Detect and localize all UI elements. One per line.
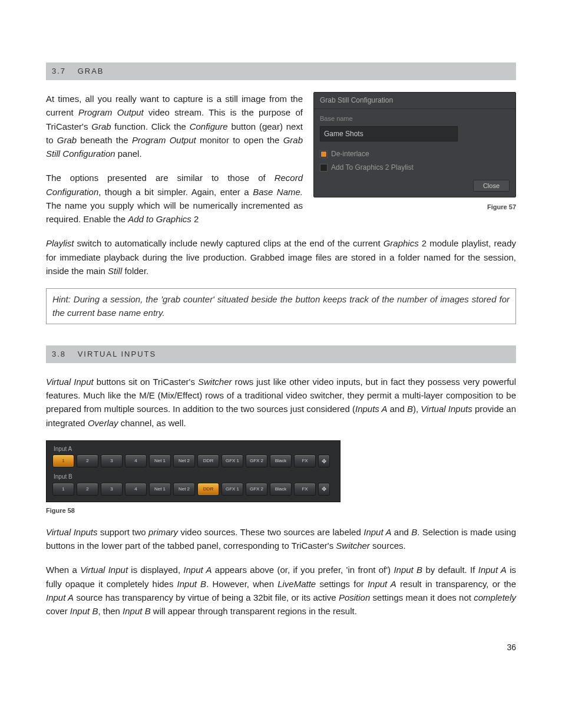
switcher-button[interactable]: GFX 2 xyxy=(246,483,267,496)
switcher-button[interactable]: Net 2 xyxy=(173,483,195,496)
switcher-button[interactable]: DDR xyxy=(197,483,219,496)
switcher-button[interactable]: 4 xyxy=(125,454,147,467)
switcher-button[interactable]: Black xyxy=(270,454,292,467)
switcher-button[interactable]: 2 xyxy=(77,483,98,496)
switcher-button[interactable]: 1 xyxy=(52,454,74,467)
virtual-paragraph-3: When a Virtual Input is displayed, Input… xyxy=(46,563,516,618)
switcher-button[interactable]: DDR xyxy=(197,454,219,467)
switcher-button[interactable]: GFX 2 xyxy=(246,454,267,467)
figure-57: Grab Still Configuration Base name Game … xyxy=(313,92,516,212)
switcher-button[interactable]: GFX 1 xyxy=(222,454,243,467)
base-name-input[interactable]: Game Shots xyxy=(320,126,458,142)
virtual-paragraph-2: Virtual Inputs support two primary video… xyxy=(46,525,516,553)
page-number: 36 xyxy=(46,641,516,654)
deinterlace-checkbox[interactable] xyxy=(320,150,328,158)
switcher-button[interactable]: 1 xyxy=(52,483,74,496)
panel-title: Grab Still Configuration xyxy=(314,93,515,109)
section-number: 3.7 xyxy=(52,67,66,75)
switcher-button[interactable]: 2 xyxy=(77,454,98,467)
switcher-button[interactable]: 3 xyxy=(101,454,123,467)
switcher-button[interactable]: Net 1 xyxy=(149,454,171,467)
section-heading-virtual-inputs: 3.8 VIRTUAL INPUTS xyxy=(46,345,516,363)
section-number: 3.8 xyxy=(52,350,66,358)
grab-still-config-panel: Grab Still Configuration Base name Game … xyxy=(313,92,516,197)
input-b-label: Input B xyxy=(47,470,340,483)
figure-57-caption: Figure 57 xyxy=(313,202,516,212)
input-b-row: 1234Net 1Net 2DDRGFX 1GFX 2BlackFX✥ xyxy=(47,483,340,498)
switcher-button[interactable]: Black xyxy=(270,483,292,496)
deinterlace-label: De-interlace xyxy=(331,149,369,160)
input-a-row: 1234Net 1Net 2DDRGFX 1GFX 2BlackFX✥ xyxy=(47,454,340,470)
hint-box: Hint: During a session, the 'grab counte… xyxy=(46,288,516,324)
switcher-button[interactable]: 3 xyxy=(101,483,123,496)
switcher-button[interactable]: GFX 1 xyxy=(222,483,243,496)
add-playlist-label: Add To Graphics 2 Playlist xyxy=(331,162,414,173)
switcher-button[interactable]: 4 xyxy=(125,483,147,496)
virtual-paragraph-1: Virtual Input buttons sit on TriCaster's… xyxy=(46,375,516,430)
input-a-label: Input A xyxy=(47,442,340,455)
section-heading-grab: 3.7 GRAB xyxy=(46,62,516,80)
switcher-button[interactable]: Net 2 xyxy=(173,454,195,467)
switcher-button[interactable]: FX xyxy=(294,483,316,496)
switcher-button[interactable]: FX xyxy=(294,454,316,467)
add-playlist-checkbox[interactable] xyxy=(320,164,328,172)
position-icon[interactable]: ✥ xyxy=(318,483,330,496)
figure-58-caption: Figure 58 xyxy=(46,506,516,516)
switcher-button[interactable]: Net 1 xyxy=(149,483,171,496)
base-name-label: Base name xyxy=(314,109,515,125)
close-button[interactable]: Close xyxy=(473,180,510,192)
grab-paragraph-3: Playlist switch to automatically include… xyxy=(46,236,516,278)
section-title: VIRTUAL INPUTS xyxy=(78,350,156,358)
position-icon[interactable]: ✥ xyxy=(318,454,330,467)
switcher-panel: Input A 1234Net 1Net 2DDRGFX 1GFX 2Black… xyxy=(46,440,340,502)
section-title: GRAB xyxy=(78,67,104,75)
add-playlist-row[interactable]: Add To Graphics 2 Playlist xyxy=(314,161,515,174)
deinterlace-row[interactable]: De-interlace xyxy=(314,147,515,161)
